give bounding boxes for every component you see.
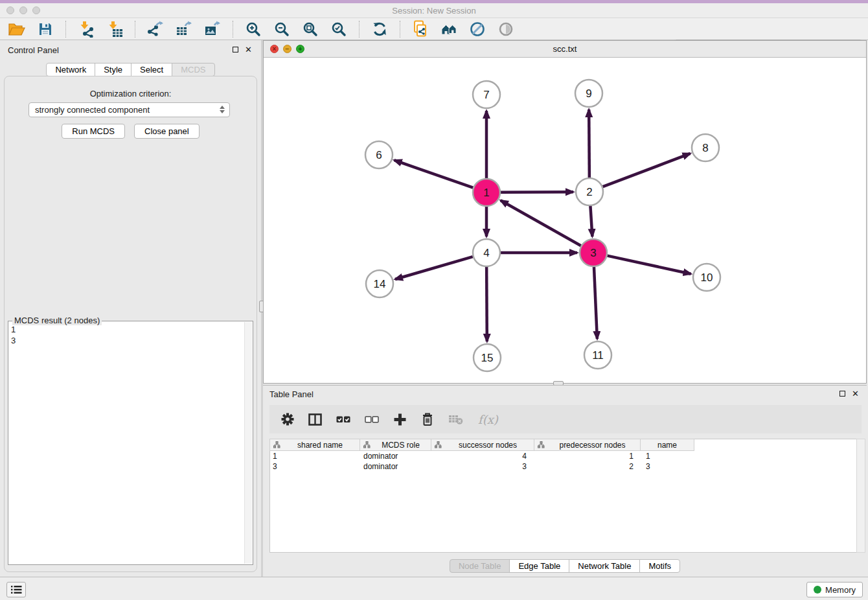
export-image-button[interactable]	[202, 19, 223, 39]
eye-contrast-icon	[498, 21, 514, 37]
memory-button[interactable]: Memory	[806, 582, 863, 597]
table-row[interactable]: 1dominator411	[269, 451, 697, 461]
toolbar-separator	[400, 21, 400, 38]
column-header-successor-nodes[interactable]: successor nodes	[431, 439, 534, 451]
node-label: 6	[376, 149, 382, 161]
close-panel-icon[interactable]: ✕	[245, 46, 252, 53]
toolbar-separator	[135, 21, 135, 38]
network-canvas[interactable]: 1234678910111415	[264, 58, 866, 383]
list-icon	[10, 584, 22, 595]
split-pane-icon	[308, 413, 322, 426]
delete-column-button[interactable]	[421, 412, 434, 426]
add-column-button[interactable]	[393, 413, 407, 426]
import-network-button[interactable]	[76, 19, 97, 39]
function-builder-button[interactable]: f(x)	[478, 413, 498, 426]
column-header-shared-name[interactable]: shared name	[269, 439, 360, 451]
table-panel-tabs: Node Table Edge Table Network Table Moti…	[263, 559, 867, 573]
column-header-name[interactable]: name	[640, 439, 694, 451]
zoom-fit-icon	[302, 21, 319, 38]
table-cell: dominator	[360, 451, 432, 461]
zoom-selected-button[interactable]	[328, 19, 349, 39]
graph-edge[interactable]	[486, 267, 487, 341]
hierarchy-icon	[273, 441, 280, 448]
optimization-criterion-select[interactable]: strongly connected component	[29, 102, 230, 117]
tab-motifs[interactable]: Motifs	[639, 559, 680, 573]
trash-icon	[421, 412, 434, 426]
tab-node-table[interactable]: Node Table	[450, 559, 510, 573]
mcds-result-list: 1 3	[11, 324, 242, 346]
scrollbar-track[interactable]	[856, 439, 865, 553]
houses-icon	[440, 21, 457, 37]
toggle-panes-button[interactable]	[308, 413, 322, 426]
mcds-result-line: 1	[11, 324, 242, 335]
node-label: 15	[481, 352, 494, 364]
graph-edge[interactable]	[603, 154, 691, 187]
table-cell: 1	[643, 451, 697, 461]
table-settings-button[interactable]	[281, 413, 294, 426]
zoom-out-button[interactable]	[271, 19, 292, 39]
graph-edge[interactable]	[590, 206, 592, 237]
tab-network-table[interactable]: Network Table	[569, 559, 640, 573]
unchecked-boxes-icon	[365, 414, 379, 424]
graph-edge[interactable]	[394, 160, 474, 187]
delete-table-icon	[448, 413, 464, 425]
network-window-title: scc.txt	[264, 41, 866, 58]
node-table-header: shared nameMCDS rolesuccessor nodesprede…	[269, 439, 694, 451]
run-mcds-button[interactable]: Run MCDS	[62, 124, 125, 139]
task-history-button[interactable]	[6, 582, 26, 597]
delete-table-button[interactable]	[448, 413, 464, 425]
node-label: 7	[483, 89, 489, 101]
table-cell: 1	[536, 451, 643, 461]
open-session-button[interactable]	[6, 19, 27, 39]
float-panel-icon[interactable]	[233, 47, 238, 52]
close-panel-button[interactable]: Close panel	[134, 124, 200, 139]
tab-select[interactable]: Select	[131, 63, 172, 76]
fx-icon: f(x)	[478, 413, 498, 426]
column-header-MCDS-role[interactable]: MCDS role	[360, 439, 431, 451]
scrollbar-track[interactable]	[244, 322, 252, 564]
table-cell: 3	[643, 461, 697, 472]
graph-edge[interactable]	[395, 257, 473, 279]
column-label: shared name	[280, 441, 360, 450]
graph-edge[interactable]	[607, 256, 691, 274]
close-panel-icon[interactable]: ✕	[852, 390, 859, 397]
select-all-button[interactable]	[336, 414, 350, 424]
apply-layout-button[interactable]	[369, 19, 390, 39]
export-network-icon	[147, 21, 164, 38]
export-image-icon	[204, 21, 221, 38]
graph-edge[interactable]	[589, 110, 589, 178]
graph-edge[interactable]	[594, 267, 597, 339]
memory-label: Memory	[825, 585, 856, 595]
hierarchy-icon	[435, 441, 442, 448]
table-toolbar: f(x)	[269, 405, 862, 433]
network-window-titlebar[interactable]: × − + scc.txt	[264, 41, 866, 58]
hide-selected-button[interactable]	[467, 19, 488, 39]
export-table-icon	[176, 21, 192, 38]
mcds-result-box: MCDS result (2 nodes) 1 3	[8, 321, 253, 565]
control-panel-tabs: Network Style Select MCDS	[0, 63, 261, 76]
node-table-body: 1dominator4113dominator323	[269, 451, 697, 472]
houses-button[interactable]	[439, 19, 459, 39]
table-row[interactable]: 3dominator323	[269, 461, 697, 472]
tab-network[interactable]: Network	[46, 63, 95, 76]
save-session-button[interactable]	[35, 19, 56, 39]
zoom-in-button[interactable]	[243, 19, 264, 39]
tab-mcds[interactable]: MCDS	[172, 63, 214, 76]
show-hidden-button[interactable]	[496, 19, 516, 39]
column-header-predecessor-nodes[interactable]: predecessor nodes	[534, 439, 641, 451]
graph-edge[interactable]	[501, 192, 573, 192]
zoom-fit-button[interactable]	[300, 19, 321, 39]
table-cell: 4	[432, 451, 536, 461]
export-table-button[interactable]	[174, 19, 194, 39]
tab-edge-table[interactable]: Edge Table	[509, 559, 569, 573]
clone-network-button[interactable]	[410, 19, 431, 39]
node-label: 10	[701, 271, 713, 284]
tab-style[interactable]: Style	[95, 63, 131, 76]
import-table-button[interactable]	[104, 19, 125, 39]
export-network-button[interactable]	[145, 19, 166, 39]
float-panel-icon[interactable]	[839, 391, 845, 397]
column-label: successor nodes	[442, 441, 534, 450]
deselect-all-button[interactable]	[365, 414, 379, 424]
node-label: 9	[586, 87, 591, 100]
graph-edge[interactable]	[501, 200, 581, 246]
